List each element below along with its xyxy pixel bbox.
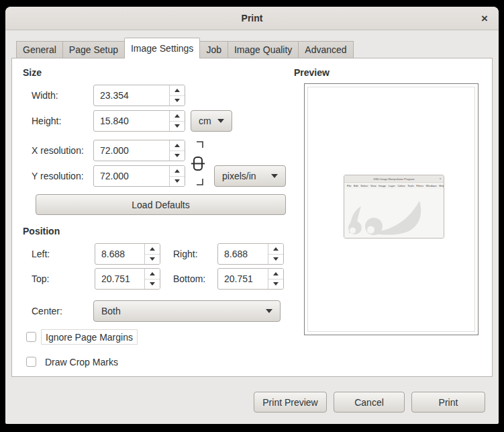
right-decrement-button[interactable] xyxy=(268,255,283,265)
center-label: Center: xyxy=(32,300,62,322)
x-resolution-value[interactable]: 72.000 xyxy=(94,140,169,161)
size-heading: Size xyxy=(23,67,42,78)
y-resolution-value[interactable]: 72.000 xyxy=(94,166,169,186)
size-unit-value: cm xyxy=(199,116,211,126)
width-increment-button[interactable] xyxy=(170,85,185,96)
right-label: Right: xyxy=(173,243,198,265)
bottom-increment-button[interactable] xyxy=(268,269,283,279)
top-decrement-button[interactable] xyxy=(145,279,160,290)
bottom-steppers xyxy=(268,269,283,289)
down-arrow-icon xyxy=(150,282,155,286)
chevron-down-icon xyxy=(266,309,272,313)
left-value[interactable]: 8.688 xyxy=(95,244,144,264)
down-arrow-icon xyxy=(150,257,155,261)
left-spinbutton[interactable]: 8.688 xyxy=(95,243,160,265)
ignore-page-margins-checkbox[interactable] xyxy=(26,332,36,342)
left-label: Left: xyxy=(32,243,50,265)
height-label: Height: xyxy=(32,110,61,132)
y-resolution-spinbutton[interactable]: 72.000 xyxy=(93,165,185,187)
top-spinbutton[interactable]: 20.751 xyxy=(95,268,160,290)
down-arrow-icon xyxy=(174,124,180,128)
x-resolution-decrement-button[interactable] xyxy=(170,151,185,161)
up-arrow-icon xyxy=(273,272,279,275)
height-value[interactable]: 15.840 xyxy=(94,111,169,131)
thumbnail-menubar: File Edit Select View Image Layer Colors… xyxy=(344,183,444,189)
thumbnail-artwork xyxy=(344,189,444,239)
height-increment-button[interactable] xyxy=(170,111,185,122)
tab-bar: General Page Setup Image Settings Job Im… xyxy=(16,38,354,58)
y-resolution-decrement-button[interactable] xyxy=(170,177,185,187)
down-arrow-icon xyxy=(174,179,180,183)
down-arrow-icon xyxy=(273,282,279,286)
chevron-down-icon xyxy=(271,174,278,178)
tab-image-quality[interactable]: Image Quality xyxy=(228,41,299,58)
down-arrow-icon xyxy=(174,99,180,102)
titlebar[interactable]: Print × xyxy=(5,7,499,30)
size-unit-dropdown[interactable]: cm xyxy=(191,110,232,132)
top-value[interactable]: 20.751 xyxy=(95,269,144,289)
center-value: Both xyxy=(101,306,121,316)
height-spinbutton[interactable]: 15.840 xyxy=(93,110,185,132)
preview-heading: Preview xyxy=(294,67,330,78)
down-arrow-icon xyxy=(273,257,279,261)
position-heading: Position xyxy=(23,226,60,236)
resolution-unit-dropdown[interactable]: pixels/in xyxy=(214,165,286,187)
width-steppers xyxy=(169,85,185,105)
thumbnail-title: GNU Image Manipulation Program xyxy=(373,177,414,181)
width-decrement-button[interactable] xyxy=(170,96,185,106)
thumbnail-canvas xyxy=(344,189,444,239)
ignore-page-margins-label[interactable]: Ignore Page Margins xyxy=(41,329,138,345)
x-resolution-steppers xyxy=(169,140,185,161)
width-value[interactable]: 23.354 xyxy=(94,85,169,105)
tab-general[interactable]: General xyxy=(16,41,63,58)
right-increment-button[interactable] xyxy=(268,244,283,255)
print-preview-area: GNU Image Manipulation Program x File Ed… xyxy=(304,83,478,335)
cancel-button[interactable]: Cancel xyxy=(334,392,405,413)
thumbnail-close-icon: x xyxy=(440,177,441,180)
top-increment-button[interactable] xyxy=(145,269,160,279)
x-resolution-increment-button[interactable] xyxy=(170,140,185,151)
up-arrow-icon xyxy=(174,169,180,173)
up-arrow-icon xyxy=(150,272,155,275)
top-steppers xyxy=(144,269,160,289)
print-button[interactable]: Print xyxy=(411,392,485,413)
right-steppers xyxy=(268,244,283,264)
bottom-decrement-button[interactable] xyxy=(268,279,283,290)
right-value[interactable]: 8.688 xyxy=(218,244,268,264)
left-steppers xyxy=(144,244,160,264)
load-defaults-button[interactable]: Load Defaults xyxy=(36,194,286,215)
up-arrow-icon xyxy=(150,247,155,251)
tab-job[interactable]: Job xyxy=(199,41,228,58)
center-dropdown[interactable]: Both xyxy=(93,300,281,322)
x-resolution-spinbutton[interactable]: 72.000 xyxy=(93,140,185,161)
print-dialog: Print × General Page Setup Image Setting… xyxy=(5,7,499,424)
y-resolution-steppers xyxy=(169,166,185,186)
height-steppers xyxy=(169,111,185,131)
up-arrow-icon xyxy=(174,89,180,92)
y-resolution-increment-button[interactable] xyxy=(170,166,185,177)
window-title: Print xyxy=(242,13,263,24)
resolution-unit-value: pixels/in xyxy=(222,171,256,181)
tab-page-setup[interactable]: Page Setup xyxy=(62,41,125,58)
chain-link-icon[interactable] xyxy=(187,140,207,187)
up-arrow-icon xyxy=(273,247,279,251)
tab-advanced[interactable]: Advanced xyxy=(298,41,353,58)
left-decrement-button[interactable] xyxy=(145,255,160,265)
close-icon[interactable]: × xyxy=(477,11,492,26)
left-increment-button[interactable] xyxy=(145,244,160,255)
bottom-spinbutton[interactable]: 20.751 xyxy=(217,268,284,290)
up-arrow-icon xyxy=(174,144,180,147)
width-spinbutton[interactable]: 23.354 xyxy=(93,85,185,106)
tab-image-settings[interactable]: Image Settings xyxy=(124,38,200,58)
print-preview-button[interactable]: Print Preview xyxy=(254,392,327,413)
right-spinbutton[interactable]: 8.688 xyxy=(217,243,284,265)
image-thumbnail: GNU Image Manipulation Program x File Ed… xyxy=(344,175,444,239)
height-decrement-button[interactable] xyxy=(170,122,185,132)
bottom-label: Bottom: xyxy=(173,268,205,290)
width-label: Width: xyxy=(32,85,58,106)
x-resolution-label: X resolution: xyxy=(32,140,84,161)
draw-crop-marks-checkbox[interactable] xyxy=(26,357,36,367)
draw-crop-marks-label[interactable]: Draw Crop Marks xyxy=(45,351,118,373)
top-label: Top: xyxy=(32,268,49,290)
bottom-value[interactable]: 20.751 xyxy=(218,269,268,289)
